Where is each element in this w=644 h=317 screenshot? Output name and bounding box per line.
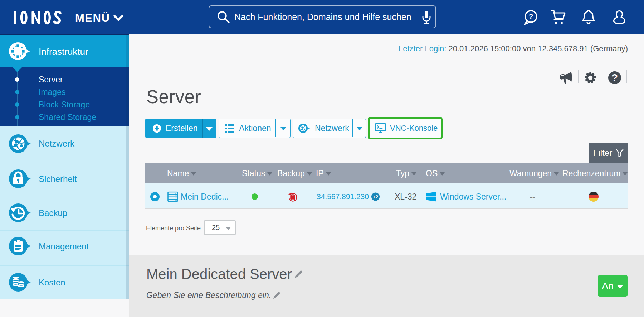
svg-text:?: ?	[611, 72, 618, 83]
svg-text:?: ?	[529, 12, 533, 20]
